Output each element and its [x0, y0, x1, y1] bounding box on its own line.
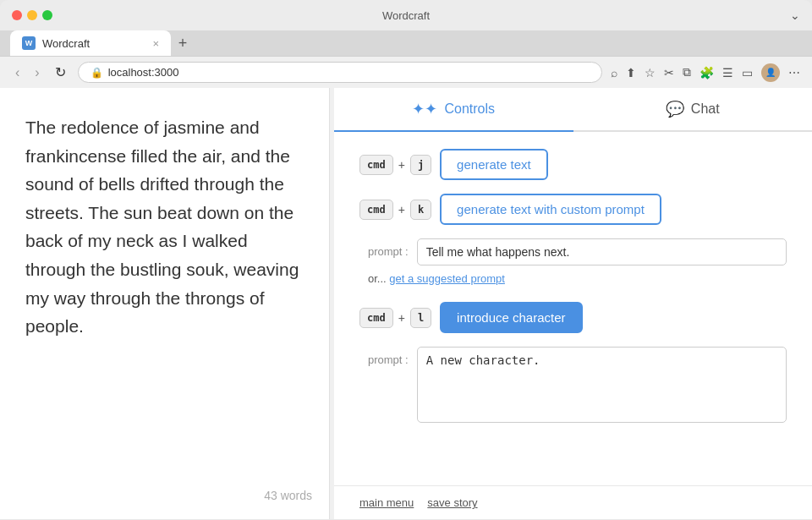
chat-icon: 💬: [666, 100, 684, 118]
controls-content: cmd + j generate text cmd + k generate t…: [334, 132, 812, 485]
prompt-textarea-character[interactable]: A new character.: [417, 347, 787, 423]
cmd-badge-l: cmd + l: [359, 308, 431, 328]
plus-k: +: [398, 203, 405, 216]
close-button[interactable]: [12, 10, 22, 20]
prompt-row-character: prompt : A new character.: [359, 347, 787, 423]
suggest-row: or... get a suggested prompt: [359, 272, 787, 285]
bookmark-icon[interactable]: ☆: [645, 66, 656, 79]
save-story-link[interactable]: save story: [427, 496, 477, 509]
traffic-lights: [12, 10, 52, 20]
key-l: l: [410, 308, 431, 328]
text-editor-panel: The redolence of jasmine and frankincens…: [0, 88, 330, 519]
menu-icon[interactable]: ☰: [722, 66, 733, 79]
cmd-key-l: cmd: [359, 308, 393, 328]
url-text: localhost:3000: [108, 66, 179, 79]
lock-icon: 🔒: [91, 67, 103, 79]
maximize-button[interactable]: [42, 10, 52, 20]
generate-text-row: cmd + j generate text: [359, 149, 787, 180]
share-icon[interactable]: ⬆: [626, 66, 636, 79]
address-bar: ‹ › ↻ 🔒 localhost:3000 ⌕ ⬆ ☆ ✂ ⧉ 🧩 ☰ ▭ 👤…: [0, 56, 812, 88]
plus-j: +: [398, 158, 405, 172]
prompt-row-custom: prompt :: [359, 238, 787, 265]
cmd-key-k: cmd: [359, 200, 393, 220]
minimize-button[interactable]: [27, 10, 37, 20]
tab-controls-label: Controls: [444, 101, 495, 117]
tab-controls[interactable]: ✦✦ Controls: [334, 88, 573, 132]
scissors-icon[interactable]: ✂: [664, 66, 674, 79]
more-options-icon[interactable]: ⋯: [788, 66, 800, 79]
story-text: The redolence of jasmine and frankincens…: [25, 113, 304, 341]
toolbar-icons: ⌕ ⬆ ☆ ✂ ⧉ 🧩 ☰ ▭ 👤 ⋯: [611, 63, 800, 82]
tab-chat-label: Chat: [691, 101, 720, 117]
window-controls-icon[interactable]: ⌄: [790, 8, 800, 22]
sparkle-icon: ✦✦: [412, 100, 437, 118]
app-container: The redolence of jasmine and frankincens…: [0, 88, 812, 519]
cmd-key-j: cmd: [359, 155, 393, 175]
key-k: k: [410, 200, 431, 220]
prompt-input-custom[interactable]: [417, 238, 787, 265]
cmd-badge-k: cmd + k: [359, 200, 431, 220]
new-tab-button[interactable]: +: [171, 31, 195, 55]
url-bar[interactable]: 🔒 localhost:3000: [78, 62, 602, 83]
search-icon[interactable]: ⌕: [611, 66, 617, 79]
panel-footer: main menu save story: [334, 485, 812, 519]
tab-favicon: W: [22, 36, 36, 50]
cmd-badge-j: cmd + j: [359, 155, 431, 175]
prompt-label-custom: prompt :: [368, 238, 409, 258]
window-title: Wordcraft: [382, 9, 430, 22]
main-menu-link[interactable]: main menu: [359, 496, 414, 509]
panel-tab-bar: ✦✦ Controls 💬 Chat: [334, 88, 812, 132]
introduce-character-row: cmd + l introduce character: [359, 302, 787, 333]
generate-text-custom-button[interactable]: generate text with custom prompt: [440, 194, 661, 225]
forward-button[interactable]: ›: [31, 63, 42, 82]
extensions-icon[interactable]: 🧩: [700, 66, 714, 79]
word-count: 43 words: [264, 489, 312, 502]
generate-text-custom-row: cmd + k generate text with custom prompt: [359, 194, 787, 225]
plus-l: +: [398, 311, 405, 325]
avatar[interactable]: 👤: [761, 63, 780, 82]
prompt-label-character: prompt :: [368, 347, 409, 366]
tab-close-button[interactable]: ×: [152, 37, 159, 50]
controls-panel: ✦✦ Controls 💬 Chat cmd + j generate text: [334, 88, 812, 519]
tab-title: Wordcraft: [42, 37, 90, 50]
reload-button[interactable]: ↻: [52, 63, 69, 82]
copy-icon[interactable]: ⧉: [683, 65, 691, 79]
generate-text-button[interactable]: generate text: [440, 149, 548, 180]
tab-chat[interactable]: 💬 Chat: [573, 88, 813, 130]
or-text: or...: [368, 272, 387, 285]
introduce-character-button[interactable]: introduce character: [440, 302, 582, 333]
browser-tab[interactable]: W Wordcraft ×: [10, 30, 171, 56]
back-button[interactable]: ‹: [12, 63, 23, 82]
sidebar-icon[interactable]: ▭: [742, 66, 753, 79]
key-j: j: [410, 155, 431, 175]
title-bar: Wordcraft ⌄: [0, 0, 812, 30]
browser-chrome: Wordcraft ⌄ W Wordcraft × + ‹ › ↻ 🔒 loca…: [0, 0, 812, 88]
suggest-prompt-link[interactable]: get a suggested prompt: [389, 272, 505, 285]
